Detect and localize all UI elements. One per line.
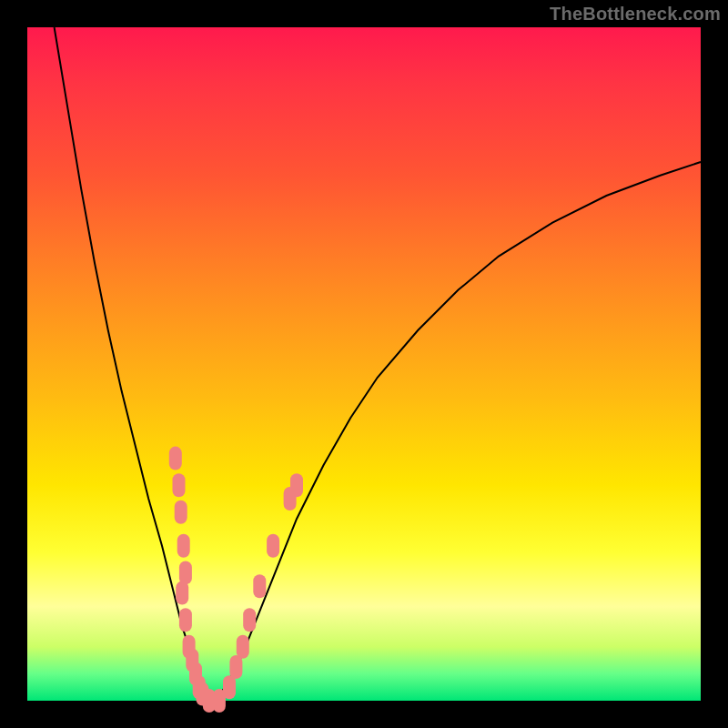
scatter-point xyxy=(237,635,249,659)
watermark-text: TheBottleneck.com xyxy=(550,4,721,25)
chart-container: TheBottleneck.com xyxy=(0,0,728,728)
scatter-point xyxy=(169,447,182,470)
left-curve xyxy=(55,27,217,701)
scatter-point xyxy=(175,500,187,524)
scatter-point xyxy=(177,534,190,558)
right-curve xyxy=(216,162,701,701)
scatter-point xyxy=(290,473,303,497)
scatter-point xyxy=(267,534,279,558)
scatter-point xyxy=(176,581,188,605)
scatter-point xyxy=(173,473,186,497)
scatter-point xyxy=(223,675,236,699)
scatter-point xyxy=(243,608,256,632)
scatter-point xyxy=(229,655,242,679)
scatter-point xyxy=(179,561,192,584)
scatter-points xyxy=(169,447,303,713)
scatter-point xyxy=(253,574,266,598)
curves-svg xyxy=(27,27,701,701)
scatter-point xyxy=(179,608,192,632)
